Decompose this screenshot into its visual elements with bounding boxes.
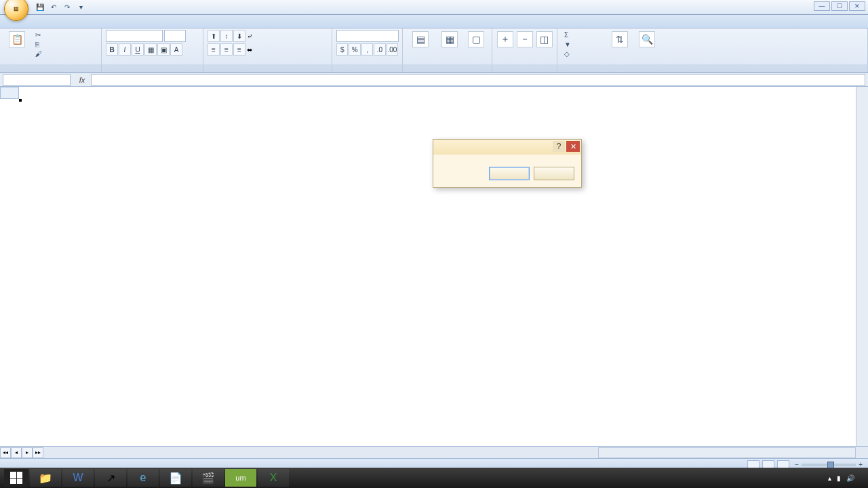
fx-icon[interactable]: fx <box>76 74 88 86</box>
goto-special-dialog: ? ✕ <box>433 139 582 188</box>
select-all-corner[interactable] <box>0 87 19 99</box>
tray-volume-icon[interactable]: 🔊 <box>846 474 854 482</box>
align-top-icon[interactable]: ⬆ <box>208 30 220 42</box>
dialog-close-icon[interactable]: ✕ <box>566 141 580 152</box>
horizontal-scrollbar[interactable] <box>598 447 856 458</box>
align-left-icon[interactable]: ≡ <box>208 43 220 56</box>
taskbar-explorer-icon[interactable]: 📁 <box>30 469 61 487</box>
ribbon-tabs <box>0 15 868 28</box>
ribbon-group-number: $%,.0.00 <box>332 28 403 73</box>
close-button[interactable]: ✕ <box>849 1 865 11</box>
save-icon[interactable]: 💾 <box>34 2 46 13</box>
redo-icon[interactable]: ↷ <box>61 2 73 13</box>
minimize-button[interactable]: — <box>814 1 830 11</box>
ribbon-group-editing: Σ ▼ ◇ ⇅ 🔍 <box>557 28 868 73</box>
align-right-icon[interactable]: ≡ <box>233 43 245 56</box>
comma-icon[interactable]: , <box>361 43 373 56</box>
taskbar-excel-icon[interactable]: X <box>258 469 289 487</box>
currency-icon[interactable]: $ <box>336 43 348 56</box>
group-label <box>0 64 101 73</box>
title-bar: ⊞ 💾 ↶ ↷ ▾ — ☐ ✕ <box>0 0 868 15</box>
zoom-slider[interactable] <box>802 464 856 466</box>
tab-nav-first[interactable]: ◂◂ <box>0 447 11 458</box>
vertical-scrollbar[interactable] <box>856 87 868 446</box>
row-headers[interactable] <box>0 99 19 446</box>
sheet-tab-bar: ◂◂ ◂ ▸ ▸▸ <box>0 446 868 458</box>
tab-nav-prev[interactable]: ◂ <box>11 447 22 458</box>
formula-bar: fx <box>0 73 868 87</box>
cut-button[interactable]: ✂ <box>33 30 47 39</box>
copy-button[interactable]: ⎘ <box>33 40 47 49</box>
undo-icon[interactable]: ↶ <box>47 2 60 13</box>
taskbar-um-icon[interactable]: um <box>225 469 256 487</box>
clear-button[interactable]: ◇ <box>561 49 605 58</box>
ribbon-group-cells: ＋ － ◫ <box>492 28 557 73</box>
active-cell-marker <box>19 99 22 102</box>
fill-color-button[interactable]: ▣ <box>157 43 170 56</box>
align-bot-icon[interactable]: ⬇ <box>233 30 245 42</box>
taskbar-ie-icon[interactable]: e <box>127 469 159 487</box>
ribbon-group-alignment: ⬆↕⬇ ⤶ ≡≡≡ ⬌ <box>203 28 332 73</box>
inc-dec-icon[interactable]: .0 <box>374 43 385 56</box>
align-center-icon[interactable]: ≡ <box>220 43 233 56</box>
ribbon-group-styles: ▤ ▦ ▢ <box>403 28 492 73</box>
tray-network-icon[interactable]: ▮ <box>837 474 841 482</box>
font-size-combo[interactable] <box>164 30 186 42</box>
start-button[interactable] <box>4 469 28 487</box>
percent-icon[interactable]: % <box>349 43 360 56</box>
taskbar-movie-icon[interactable]: 🎬 <box>193 469 224 487</box>
system-tray[interactable]: ▴ ▮ 🔊 <box>828 474 864 482</box>
name-box[interactable] <box>3 74 71 86</box>
column-headers[interactable] <box>19 87 856 99</box>
tray-up-icon[interactable]: ▴ <box>828 474 831 482</box>
quick-access-toolbar: 💾 ↶ ↷ ▾ <box>34 0 87 14</box>
taskbar-notepad-icon[interactable]: 📄 <box>160 469 191 487</box>
ribbon-group-font: B I U ▦ ▣ A <box>102 28 203 73</box>
taskbar-app-icon[interactable]: ↗ <box>95 469 126 487</box>
fill-button[interactable]: ▼ <box>561 40 605 49</box>
italic-button[interactable]: I <box>119 43 131 56</box>
ok-button[interactable] <box>489 167 530 180</box>
ribbon: 📋 ✂ ⎘ 🖌 B I U ▦ ▣ A <box>0 28 868 73</box>
qat-dropdown-icon[interactable]: ▾ <box>75 2 87 13</box>
autosum-button[interactable]: Σ <box>561 30 605 39</box>
windows-taskbar: 📁 W ↗ e 📄 🎬 um X ▴ ▮ 🔊 <box>0 468 868 488</box>
dialog-help-icon[interactable]: ? <box>553 141 565 152</box>
ribbon-group-clipboard: 📋 ✂ ⎘ 🖌 <box>0 28 102 73</box>
font-name-combo[interactable] <box>106 30 163 42</box>
bold-button[interactable]: B <box>106 43 118 56</box>
tab-nav-next[interactable]: ▸ <box>22 447 33 458</box>
taskbar-word-icon[interactable]: W <box>62 469 94 487</box>
dec-dec-icon[interactable]: .00 <box>387 43 398 56</box>
align-mid-icon[interactable]: ↕ <box>220 30 233 42</box>
maximize-button[interactable]: ☐ <box>831 1 848 11</box>
font-color-button[interactable]: A <box>170 43 182 56</box>
formula-input[interactable] <box>91 74 865 86</box>
window-controls: — ☐ ✕ <box>814 1 865 11</box>
wrap-text-button[interactable]: ⤶ <box>247 33 252 40</box>
number-format-combo[interactable] <box>336 30 399 42</box>
border-button[interactable]: ▦ <box>144 43 157 56</box>
dialog-title-bar[interactable]: ? ✕ <box>433 140 581 155</box>
tab-nav-last[interactable]: ▸▸ <box>33 447 43 458</box>
underline-button[interactable]: U <box>132 43 144 56</box>
cancel-button[interactable] <box>534 167 574 180</box>
merge-center-button[interactable]: ⬌ <box>247 46 252 54</box>
format-painter-button[interactable]: 🖌 <box>33 49 47 58</box>
